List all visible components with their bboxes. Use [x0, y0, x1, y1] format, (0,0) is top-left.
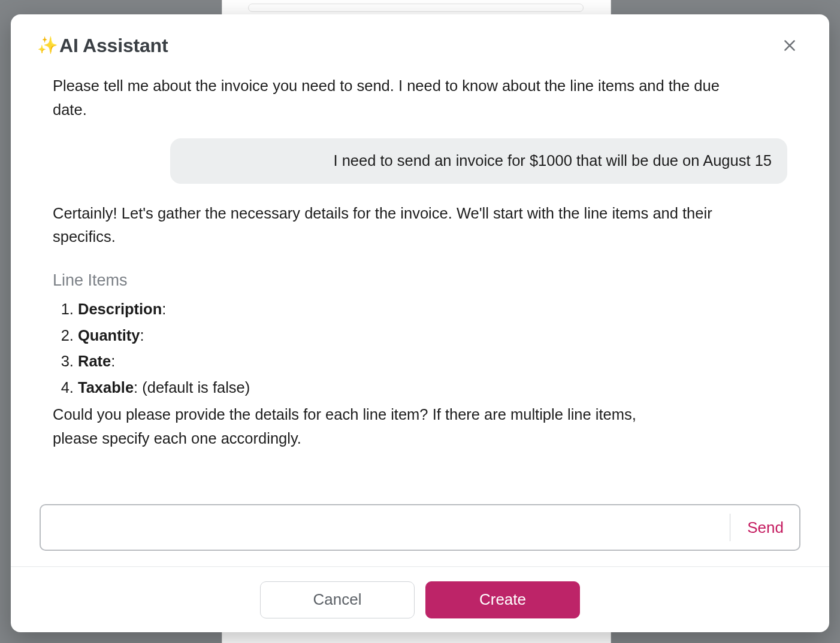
user-bubble: I need to send an invoice for $1000 that… [170, 138, 787, 184]
create-button[interactable]: Create [425, 581, 580, 618]
line-item-suffix: : [111, 353, 115, 369]
line-item-label: Quantity [78, 327, 140, 344]
line-items-list: Description: Quantity: Rate: Taxable: (d… [53, 296, 730, 401]
input-box: Send [40, 504, 800, 551]
input-row: Send [11, 504, 829, 566]
modal-header: ✨ AI Assistant [11, 14, 829, 59]
assistant-message: Please tell me about the invoice you nee… [53, 74, 730, 122]
background-field-outline [248, 4, 584, 12]
assistant-followup: Could you please provide the details for… [53, 403, 670, 450]
assistant-message: Certainly! Let's gather the necessary de… [53, 202, 730, 451]
ai-assistant-modal: ✨ AI Assistant Please tell me about the … [11, 14, 829, 632]
modal-title: AI Assistant [59, 35, 168, 57]
modal-footer: Cancel Create [11, 566, 829, 632]
line-items-heading: Line Items [53, 268, 730, 293]
list-item: Rate: [78, 348, 730, 375]
list-item: Quantity: [78, 323, 730, 349]
list-item: Description: [78, 296, 730, 323]
assistant-text: Certainly! Let's gather the necessary de… [53, 205, 712, 245]
modal-title-wrap: ✨ AI Assistant [37, 35, 168, 57]
user-text: I need to send an invoice for $1000 that… [333, 152, 772, 169]
cancel-button[interactable]: Cancel [260, 581, 415, 618]
input-divider [730, 514, 730, 541]
close-icon [782, 38, 797, 53]
message-input[interactable] [53, 505, 726, 550]
line-item-suffix: : [162, 301, 166, 317]
line-item-label: Taxable [78, 379, 134, 396]
user-message: I need to send an invoice for $1000 that… [110, 138, 787, 184]
line-item-suffix: : (default is false) [134, 379, 250, 396]
conversation-area: Please tell me about the invoice you nee… [11, 59, 829, 504]
send-button[interactable]: Send [735, 512, 796, 543]
close-button[interactable] [776, 32, 803, 59]
line-item-label: Description [78, 301, 162, 317]
sparkle-icon: ✨ [37, 37, 58, 54]
list-item: Taxable: (default is false) [78, 375, 730, 401]
line-item-label: Rate [78, 353, 111, 369]
line-item-suffix: : [140, 327, 144, 344]
assistant-text: Please tell me about the invoice you nee… [53, 77, 720, 118]
